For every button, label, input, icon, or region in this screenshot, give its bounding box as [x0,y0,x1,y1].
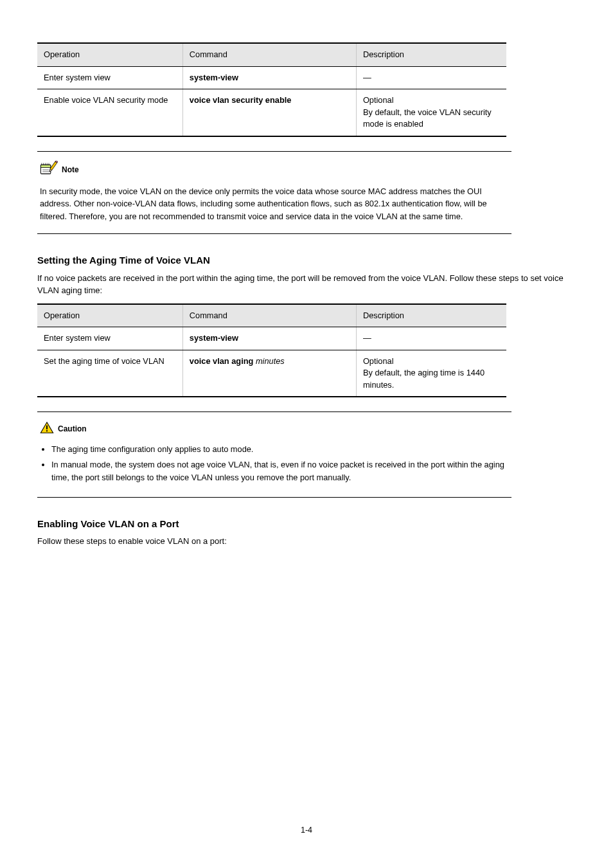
svg-rect-9 [50,161,57,170]
desc-cell: — [356,327,506,350]
caution-item: In manual mode, the system does not age … [51,458,509,484]
table-header: Description [356,304,506,327]
table-header: Command [182,304,356,327]
table-row: Enter system view system-view — [37,66,506,89]
table-row: Set the aging time of voice VLAN voice v… [37,350,506,397]
op-cell: Enter system view [37,66,182,89]
page: Operation Command Description Enter syst… [0,0,613,868]
cmd-cell: system-view [182,327,356,350]
desc-cell: OptionalBy default, the voice VLAN secur… [356,89,506,136]
cmd-cell: voice vlan aging minutes [182,350,356,397]
svg-rect-1 [40,165,50,167]
op-cell: Enable voice VLAN security mode [37,89,182,136]
page-number: 1-4 [0,824,613,836]
svg-rect-15 [46,430,48,431]
note-header: Note [40,161,509,180]
caution-icon [40,421,54,438]
svg-rect-14 [46,426,48,429]
table-header: Description [356,43,506,66]
caution-body: The aging time configuration only applie… [40,443,509,484]
desc-cell: OptionalBy default, the aging time is 14… [356,350,506,397]
note-icon [40,161,58,180]
op-cell: Enter system view [37,327,182,350]
caution-title: Caution [58,424,87,435]
paragraph: Follow these steps to enable voice VLAN … [37,536,576,548]
note-callout: Note In security mode, the voice VLAN on… [37,151,511,234]
caution-item: The aging time configuration only applie… [51,443,509,456]
note-body: In security mode, the voice VLAN on the … [40,185,509,223]
cmd-cell: system-view [182,66,356,89]
heading-aging-time: Setting the Aging Time of Voice VLAN [37,253,576,267]
note-title: Note [62,165,79,176]
table-header: Operation [37,304,182,327]
paragraph: If no voice packets are received in the … [37,273,576,297]
caution-header: Caution [40,421,509,438]
desc-cell: — [356,66,506,89]
caution-callout: Caution The aging time configuration onl… [37,411,511,497]
table-row: Enable voice VLAN security mode voice vl… [37,89,506,136]
config-table-aging: Operation Command Description Enter syst… [37,303,506,398]
table-row: Enter system view system-view — [37,327,506,350]
heading-enable-port: Enabling Voice VLAN on a Port [37,517,576,531]
op-cell: Set the aging time of voice VLAN [37,350,182,397]
table-header: Command [182,43,356,66]
cmd-cell: voice vlan security enable [182,89,356,136]
config-table-security: Operation Command Description Enter syst… [37,42,506,137]
table-header: Operation [37,43,182,66]
